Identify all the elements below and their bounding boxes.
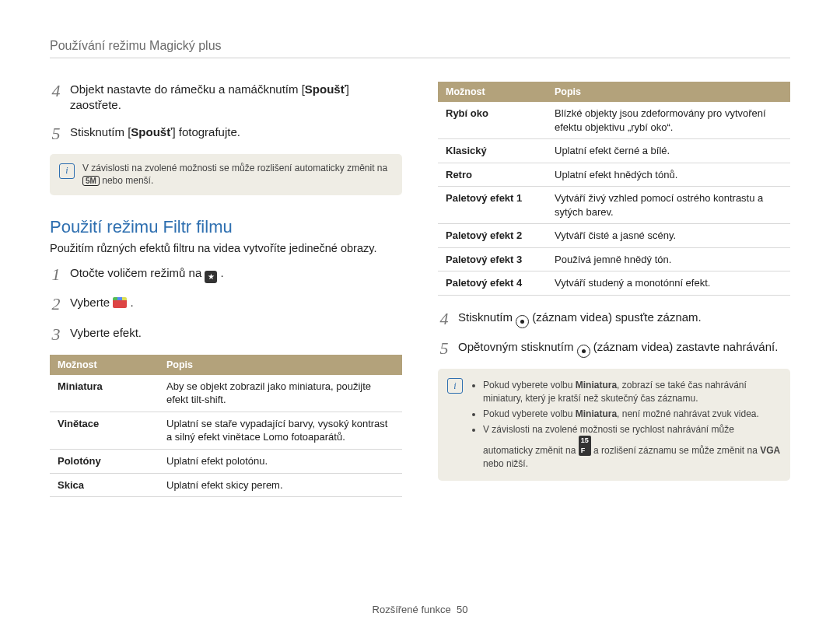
text: Otočte voličem režimů na [70,266,205,279]
columns: 4 Objekt nastavte do rámečku a namáčknut… [50,82,790,497]
option-desc: Vytváří živý vzhled pomocí ostrého kontr… [547,187,790,224]
option-name: Vinětace [50,412,159,449]
text: nebo nižší. [483,458,528,469]
right-column: Možnost Popis Rybí okoBlízké objekty jso… [438,82,790,497]
col-desc: Popis [547,82,790,102]
option-name: Paletový efekt 3 [438,247,547,271]
option-name: Rybí oko [438,102,547,139]
note-item: Pokud vyberete volbu Miniatura, zobrazí … [483,379,781,405]
text: a rozlišení záznamu se může změnit na [591,445,760,456]
options-table-left: Možnost Popis MiniaturaAby se objekt zob… [50,355,402,497]
text: V závislosti na zvolené možnosti se může… [82,163,387,173]
option-name: Paletový efekt 4 [438,271,547,296]
option-desc: Uplatní efekt polotónu. [159,450,402,474]
footer-section: Rozšířené funkce [373,604,451,615]
film-filter-icon [113,297,127,308]
step-4r: 4 Stisknutím (záznam videa) spusťte zázn… [438,310,790,328]
option-desc: Uplatní se staře vypadající barvy, vysok… [159,412,402,449]
table-row: PolotónyUplatní efekt polotónu. [50,450,402,474]
step-text: Vyberte . [70,295,134,313]
text: ] fotografujte. [172,125,240,138]
step-text: Objekt nastavte do rámečku a namáčknutím… [70,82,402,114]
option-name: Klasický [438,139,547,163]
note-item: V závislosti na zvolené možnosti se rych… [483,423,781,471]
text: (záznam videa) zastavte nahrávání. [590,340,779,353]
option-name: Paletový efekt 2 [438,224,547,248]
text: Objekt nastavte do rámečku a namáčknutím… [70,82,305,96]
table-row: SkicaUplatní efekt skicy perem. [50,473,402,497]
table-header-row: Možnost Popis [438,82,790,102]
text: Stisknutím [ [70,125,131,138]
text: , není možné nahrávat zvuk videa. [617,408,759,419]
bold: Miniatura [576,380,617,391]
table-row: Paletový efekt 2Vytváří čisté a jasné sc… [438,224,790,248]
table-row: Paletový efekt 1Vytváří živý vzhled pomo… [438,187,790,224]
option-name: Polotóny [50,450,159,474]
table-row: RetroUplatní efekt hnědých tónů. [438,163,790,187]
step-text: Opětovným stisknutím (záznam videa) zast… [458,339,778,358]
option-name: Skica [50,473,159,497]
note-item: Pokud vyberete volbu Miniatura, není mož… [483,408,781,421]
option-desc: Blízké objekty jsou zdeformovány pro vyt… [547,102,790,139]
col-option: Možnost [438,82,547,102]
manual-page: Používání režimu Magický plus 4 Objekt n… [0,0,840,634]
info-icon: i [447,378,463,394]
step-number: 4 [438,310,450,328]
table-row: VinětaceUplatní se staře vypadající barv… [50,412,402,449]
text: Pokud vyberete volbu [483,408,576,419]
record-icon [516,315,529,328]
key-name: Spoušť [131,125,172,138]
info-icon: i [59,163,75,179]
note-box: i Pokud vyberete volbu Miniatura, zobraz… [438,369,790,480]
option-desc: Aby se objekt zobrazil jako miniatura, p… [159,375,402,412]
option-name: Retro [438,163,547,187]
step-3: 3 Vyberte efekt. [50,325,402,344]
step-text: Stisknutím (záznam videa) spusťte záznam… [458,310,702,328]
bold: Miniatura [576,408,617,419]
option-desc: Vytváří studený a monotónní efekt. [547,271,790,296]
note-box: i V závislosti na zvolené možnosti se mů… [50,154,402,196]
step-5r: 5 Opětovným stisknutím (záznam videa) za… [438,339,790,358]
table-row: Rybí okoBlízké objekty jsou zdeformovány… [438,102,790,139]
table-row: KlasickýUplatní efekt černé a bílé. [438,139,790,163]
options-table-right: Možnost Popis Rybí okoBlízké objekty jso… [438,82,790,296]
step-1: 1 Otočte voličem režimů na ★ . [50,265,402,284]
step-number: 5 [50,124,62,143]
col-desc: Popis [159,355,402,375]
key-name: Spoušť [305,82,346,96]
option-desc: Používá jemně hnědý tón. [547,247,790,271]
text: nebo menší. [100,175,153,186]
step-text: Stisknutím [Spoušť] fotografujte. [70,124,240,143]
mode-dial-icon: ★ [205,271,217,283]
step-number: 5 [438,339,450,358]
page-title: Používání režimu Magický plus [50,39,790,58]
step-number: 3 [50,325,62,344]
step-number: 4 [50,82,62,114]
table-row: Paletový efekt 3Používá jemně hnědý tón. [438,247,790,271]
fps-icon: 15F [579,436,591,455]
table-row: MiniaturaAby se objekt zobrazil jako min… [50,375,402,412]
option-name: Paletový efekt 1 [438,187,547,224]
left-column: 4 Objekt nastavte do rámečku a namáčknut… [50,82,402,497]
note-list: Pokud vyberete volbu Miniatura, zobrazí … [471,377,781,472]
page-number: 50 [457,604,467,615]
step-2: 2 Vyberte . [50,295,402,313]
text: Vyberte [70,296,113,309]
text: Opětovným stisknutím [458,340,577,353]
text: Stisknutím [458,310,516,324]
option-desc: Uplatní efekt černé a bílé. [547,139,790,163]
option-desc: Vytváří čisté a jasné scény. [547,224,790,248]
section-lead: Použitím různých efektů filtru na videa … [50,242,402,254]
vga-label: VGA [760,445,780,456]
table-header-row: Možnost Popis [50,355,402,375]
section-heading: Použití režimu Filtr filmu [50,217,402,237]
step-4: 4 Objekt nastavte do rámečku a namáčknut… [50,82,402,114]
option-name: Miniatura [50,375,159,412]
option-desc: Uplatní efekt hnědých tónů. [547,163,790,187]
table-row: Paletový efekt 4Vytváří studený a monotó… [438,271,790,296]
option-desc: Uplatní efekt skicy perem. [159,473,402,497]
step-number: 1 [50,265,62,284]
record-icon [577,345,590,358]
resolution-icon: 5M [82,176,100,186]
page-footer: Rozšířené funkce 50 [0,604,840,615]
